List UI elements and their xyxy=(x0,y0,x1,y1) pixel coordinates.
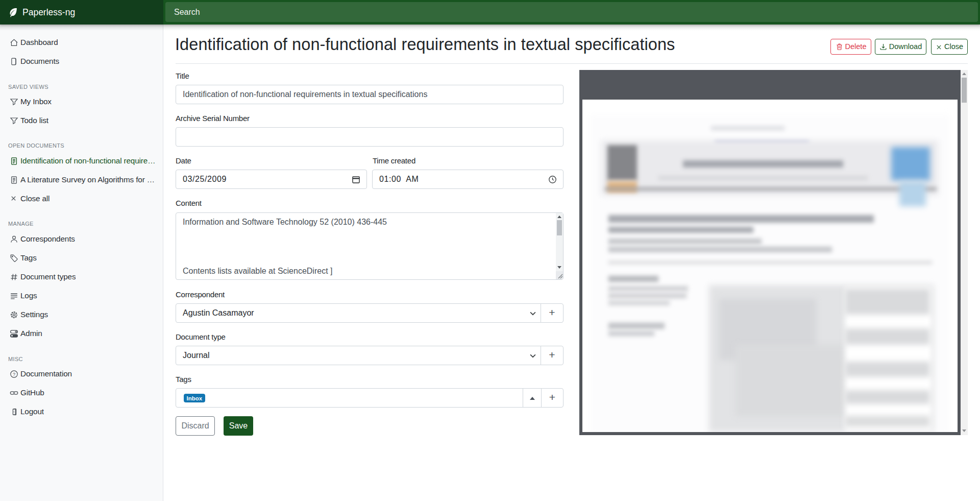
svg-text:?: ? xyxy=(13,372,15,377)
